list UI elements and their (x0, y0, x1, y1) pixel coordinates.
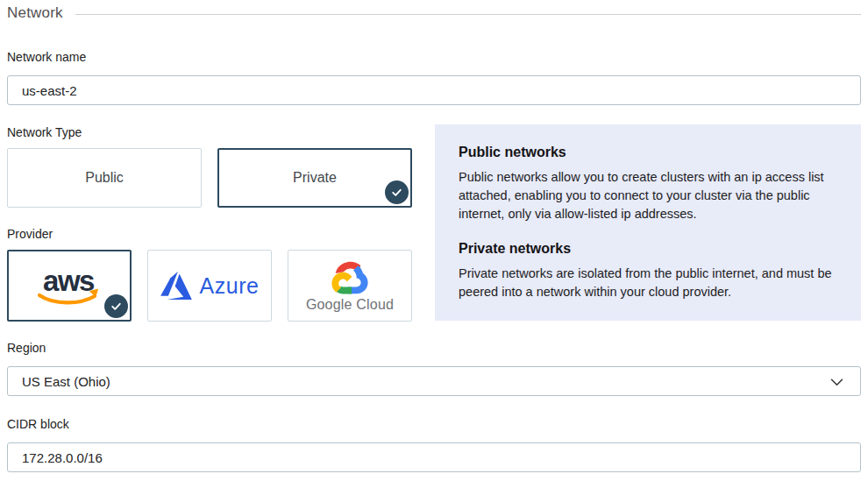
network-form: Network Network name Network Type Public… (0, 0, 868, 481)
provider-azure-button[interactable]: Azure (147, 250, 272, 322)
network-type-private-label: Private (293, 170, 337, 186)
network-info-panel: Public networks Public networks allow yo… (435, 124, 861, 321)
network-name-label: Network name (7, 50, 861, 65)
azure-logo-icon (160, 272, 192, 300)
network-type-private-button[interactable]: Private (217, 148, 412, 208)
cidr-block-label: CIDR block (7, 417, 861, 432)
network-type-options: Public Private (7, 148, 413, 208)
private-networks-heading: Private networks (459, 241, 836, 257)
left-column: Network Type Public Private Provider (7, 125, 413, 322)
private-networks-description: Private networks are isolated from the p… (459, 265, 836, 301)
section-title: Network (7, 4, 63, 22)
check-icon (385, 180, 409, 204)
azure-logo-text: Azure (200, 273, 260, 299)
region-select[interactable]: US East (Ohio) (7, 366, 861, 396)
provider-google-cloud-button[interactable]: Google Cloud (288, 250, 412, 322)
section-divider (75, 14, 861, 15)
provider-options: aws (7, 250, 413, 322)
provider-label: Provider (7, 227, 413, 242)
public-networks-info: Public networks Public networks allow yo… (459, 145, 836, 223)
section-header: Network (7, 4, 861, 22)
public-networks-heading: Public networks (459, 145, 836, 160)
chevron-down-icon (830, 378, 843, 386)
region-selected-value: US East (Ohio) (22, 374, 110, 389)
type-provider-row: Network Type Public Private Provider (7, 125, 861, 322)
azure-logo-wrap: Azure (160, 272, 260, 300)
google-cloud-logo-icon (331, 259, 368, 294)
google-cloud-logo-text: Google Cloud (306, 297, 394, 313)
checkmark-glyph (389, 185, 404, 200)
network-name-input[interactable] (7, 75, 861, 105)
network-type-public-label: Public (85, 170, 124, 186)
checkmark-glyph (109, 299, 124, 314)
private-networks-info: Private networks Private networks are is… (459, 241, 836, 301)
provider-aws-button[interactable]: aws (7, 250, 132, 322)
cidr-block-input[interactable] (7, 442, 861, 472)
google-cloud-logo-wrap: Google Cloud (306, 259, 394, 313)
check-icon (104, 294, 128, 318)
svg-text:aws: aws (43, 265, 94, 297)
region-label: Region (7, 341, 861, 356)
public-networks-description: Public networks allow you to create clus… (459, 168, 836, 223)
network-type-label: Network Type (7, 125, 413, 140)
aws-logo-icon: aws (31, 264, 108, 308)
network-type-public-button[interactable]: Public (7, 148, 202, 208)
